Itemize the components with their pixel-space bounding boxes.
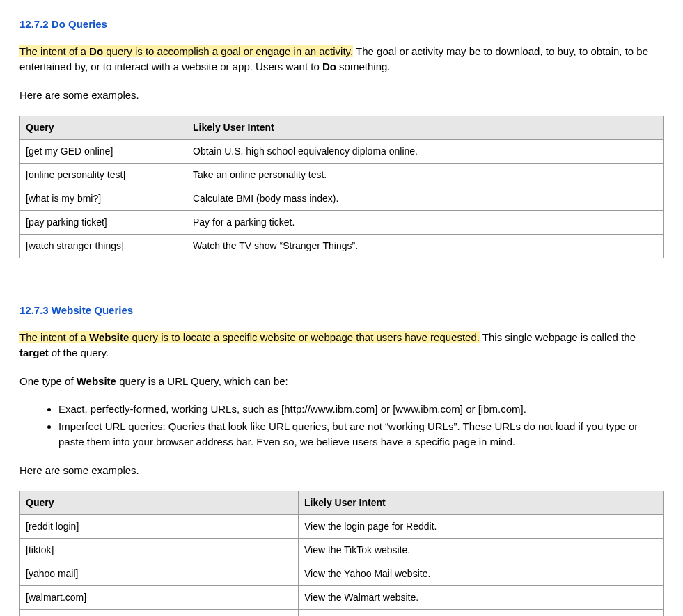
website-queries-intro: The intent of a Website query is to loca… [19,330,664,361]
list-item: Exact, perfectly-formed, working URLs, s… [58,402,664,418]
table-row: [reddit login]View the login page for Re… [20,515,664,539]
table-header-row: Query Likely User Intent [20,116,664,140]
text-bold: Website [77,375,116,387]
text: One type of [19,375,77,387]
text: query is to locate a specific website or… [129,331,480,343]
cell-query: [get my GED online] [20,140,187,164]
text: This single webpage is called the [480,331,636,343]
list-item: Imperfect URL queries: Queries that look… [58,419,664,450]
table-row: [yahoo mail]View the Yahoo Mail website. [20,562,664,586]
cell-query: [yahoo mail] [20,562,299,586]
url-query-intro: One type of Website query is a URL Query… [19,374,664,390]
cell-intent: View the Yahoo Mail website. [299,562,664,586]
cell-query: [walmart.com] [20,586,299,610]
cell-query: [reddit login] [20,515,299,539]
cell-intent: Pay for a parking ticket. [187,211,664,235]
text: query is a URL Query, which can be: [116,375,288,387]
col-query: Query [20,116,187,140]
cell-intent: View the login page for Reddit. [299,515,664,539]
table-row: [tiktok]View the TikTok website. [20,539,664,562]
text-bold: Do [322,61,336,72]
table-row: [online personality test]Take an online … [20,164,664,187]
do-queries-table: Query Likely User Intent [get my GED onl… [19,116,664,258]
do-queries-intro: The intent of a Do query is to accomplis… [19,44,664,75]
table-row: [walmart.com]View the Walmart website. [20,586,664,610]
cell-query: [featherchair.com featherweight 13.5 lbs… [20,610,299,617]
cell-query: [watch stranger things] [20,235,187,258]
text: The intent of a [19,45,89,57]
text-bold: Do [89,45,103,57]
col-query: Query [20,491,299,515]
cell-query: [what is my bmi?] [20,187,187,211]
table-header-row: Query Likely User Intent [20,491,664,515]
cell-query: [online personality test] [20,164,187,187]
cell-intent: Take an online personality test. [187,164,664,187]
highlight-website-intent: The intent of a Website query is to loca… [19,331,480,343]
cell-intent: View the TikTok website. [299,539,664,562]
text: something. [336,61,391,72]
col-intent: Likely User Intent [299,491,664,515]
text: query is to accomplish a goal or engage … [103,45,353,57]
cell-intent: Calculate BMI (body mass index). [187,187,664,211]
cell-intent: Obtain U.S. high school equivalency dipl… [187,140,664,164]
do-queries-examples-label: Here are some examples. [19,88,664,104]
cell-intent: View the Featherweight 13.5 lbs. wheelch… [299,610,664,617]
website-queries-examples-label: Here are some examples. [19,463,664,479]
table-row: [what is my bmi?]Calculate BMI (body mas… [20,187,664,211]
website-queries-table: Query Likely User Intent [reddit login]V… [19,491,664,616]
col-intent: Likely User Intent [187,116,664,140]
highlight-do-intent: The intent of a Do query is to accomplis… [19,45,353,57]
text-bold: target [19,347,49,358]
text-bold: Website [89,331,129,343]
table-row: [watch stranger things]Watch the TV show… [20,235,664,258]
section-heading-do-queries: 12.7.2 Do Queries [19,17,664,33]
text: The intent of a [19,331,89,343]
cell-intent: View the Walmart website. [299,586,664,610]
cell-intent: Watch the TV show “Stranger Things”. [187,235,664,258]
table-row: [get my GED online]Obtain U.S. high scho… [20,140,664,164]
table-row: [featherchair.com featherweight 13.5 lbs… [20,610,664,617]
table-row: [pay parking ticket]Pay for a parking ti… [20,211,664,235]
cell-query: [pay parking ticket] [20,211,187,235]
cell-query: [tiktok] [20,539,299,562]
url-query-bullets: Exact, perfectly-formed, working URLs, s… [19,402,664,450]
section-heading-website-queries: 12.7.3 Website Queries [19,303,664,319]
text: of the query. [49,347,109,358]
